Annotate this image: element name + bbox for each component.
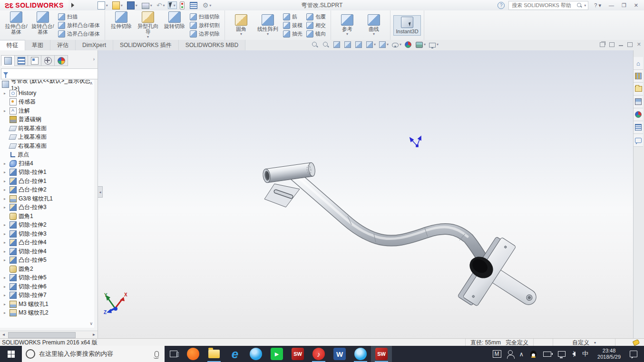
view-palette-icon[interactable] xyxy=(634,95,643,108)
featuremanager-tab[interactable] xyxy=(1,55,15,66)
tree-item[interactable]: 前视基准面 xyxy=(0,124,94,133)
tree-item[interactable]: ▸ 切除-拉伸3 xyxy=(0,229,94,238)
tree-item[interactable]: 圆角1 xyxy=(0,212,94,221)
search-icon[interactable] xyxy=(576,2,582,8)
doc-minimize-icon[interactable] xyxy=(619,45,623,46)
ribbon-stack-button[interactable]: 抽壳 xyxy=(283,30,302,38)
tree-item[interactable]: ▸ 凸台-拉伸1 xyxy=(0,177,94,186)
close-button[interactable]: ✕ xyxy=(632,2,640,9)
displaymanager-tab[interactable] xyxy=(54,55,68,66)
ribbon-big-button[interactable]: 异型孔向导 ▾ xyxy=(135,10,161,40)
ribbon-stack-button[interactable]: 相交 xyxy=(306,21,326,29)
new-document-icon[interactable]: ▾ xyxy=(96,0,109,10)
ribbon-stack-button[interactable]: 拔模 xyxy=(283,21,302,29)
ribbon-stack-button[interactable]: 镜向 xyxy=(306,30,326,38)
ime-indicator[interactable]: 中 xyxy=(579,346,592,362)
file-explorer-icon[interactable] xyxy=(204,346,224,362)
ribbon-big-button[interactable]: 参考 ▾ xyxy=(334,13,361,37)
minimize-button[interactable]: — xyxy=(607,2,616,8)
solidworks-logo[interactable]: 3S SOLIDWORKS xyxy=(0,0,68,10)
ribbon-stack-button[interactable]: 扫描 xyxy=(58,13,100,20)
battery-icon[interactable] xyxy=(540,346,555,362)
start-button[interactable] xyxy=(0,346,22,362)
zoom-to-area-icon[interactable] xyxy=(322,41,330,48)
restore-button[interactable]: ❐ xyxy=(620,2,628,9)
tree-item[interactable]: 上视基准面 xyxy=(0,133,94,142)
ribbon-big-button[interactable]: 拉伸凸台/基体 xyxy=(3,10,29,40)
tree-horizontal-scrollbar[interactable]: ◄ ► xyxy=(0,331,98,338)
section-view-icon[interactable] xyxy=(344,41,352,48)
tree-item[interactable]: ▸ 凸台-拉伸3 xyxy=(0,203,94,212)
edit-appearance-icon[interactable] xyxy=(405,41,412,48)
qq-icon[interactable] xyxy=(527,346,540,362)
edge-icon[interactable]: e xyxy=(224,346,245,362)
settings-gear-icon[interactable]: ⚙ ▾ xyxy=(201,1,213,10)
instant3d-button[interactable]: Instant3D xyxy=(393,15,421,36)
menu-flyout-arrow-icon[interactable] xyxy=(71,3,74,8)
command-tab[interactable]: 特征 xyxy=(0,40,25,50)
tree-item[interactable]: ▸ 切除-拉伸5 xyxy=(0,274,94,283)
scroll-left-icon[interactable]: ◄ xyxy=(0,333,7,337)
command-tab[interactable]: DimXpert xyxy=(76,40,113,50)
design-library-icon[interactable] xyxy=(634,70,643,83)
iqiyi-icon[interactable]: ▶ xyxy=(266,346,287,362)
dimxpertmanager-tab[interactable] xyxy=(41,55,55,66)
undo-icon[interactable]: ↶ ▾ xyxy=(155,1,166,10)
ribbon-stack-button[interactable]: 边界凸台/基体 xyxy=(58,30,100,38)
tree-item[interactable]: ▸ 凸台-拉伸2 xyxy=(0,186,94,195)
tray-m-icon[interactable]: M xyxy=(489,346,505,362)
options-list-icon[interactable] xyxy=(188,0,200,10)
apply-scene-icon[interactable]: ▾ xyxy=(416,41,426,48)
custom-properties-icon[interactable] xyxy=(634,121,643,134)
appearances-scenes-icon[interactable] xyxy=(634,108,643,121)
propertymanager-tab[interactable] xyxy=(14,55,28,66)
tree-item[interactable]: ▸ 切除-拉伸7 xyxy=(0,291,94,300)
status-tag-cell[interactable] xyxy=(615,339,644,346)
help-search-box[interactable]: ▾ xyxy=(508,1,588,10)
scrollbar-thumb[interactable] xyxy=(8,332,76,338)
graphics-viewport[interactable]: Y X Z ◂ xyxy=(98,50,635,338)
tree-scroll-down-icon[interactable]: ∨ xyxy=(89,321,93,326)
tree-scroll-up-icon[interactable]: ∧ xyxy=(89,81,93,86)
volume-icon[interactable] xyxy=(569,346,579,362)
tree-item[interactable]: ▸ G3/8 螺纹孔1 xyxy=(0,194,94,203)
ribbon-big-button[interactable]: 曲线 ▾ xyxy=(361,13,387,37)
ribbon-stack-button[interactable]: 放样凸台/基体 xyxy=(58,21,100,29)
tree-item[interactable]: ▸ 扫描4 xyxy=(0,159,94,168)
help-search-input[interactable] xyxy=(511,2,575,9)
blue-app-icon[interactable] xyxy=(350,346,371,362)
ribbon-stack-button[interactable]: 放样切割 xyxy=(190,21,220,29)
command-tab[interactable]: SOLIDWORKS MBD xyxy=(179,40,245,50)
select-cursor-icon[interactable]: ▾ xyxy=(168,1,177,9)
doc-close-icon[interactable]: ✕ xyxy=(637,41,641,48)
tree-item[interactable]: ▸ 注解 xyxy=(0,106,94,115)
solidworks-active-icon[interactable]: SW xyxy=(371,346,392,362)
tree-item[interactable]: ▸ M3 螺纹孔1 xyxy=(0,300,94,309)
rebuild-icon[interactable] xyxy=(178,0,187,10)
tree-item[interactable]: 传感器 xyxy=(0,98,94,107)
tree-item[interactable]: 原点 xyxy=(0,151,94,160)
custom-dropdown-caret[interactable]: ▾ xyxy=(594,341,596,345)
microphone-icon[interactable] xyxy=(155,351,159,357)
save-icon[interactable]: ▾ xyxy=(126,0,139,10)
browser-ball-icon[interactable] xyxy=(245,346,266,362)
hide-show-items-icon[interactable]: ▾ xyxy=(392,41,401,48)
task-view-button[interactable] xyxy=(165,346,183,362)
doc-new-window-icon[interactable] xyxy=(627,42,633,47)
ribbon-stack-button[interactable]: 扫描切除 xyxy=(190,13,220,20)
ribbon-big-button[interactable]: 线性阵列 ▾ xyxy=(254,13,281,37)
home-icon[interactable]: ⌂ xyxy=(634,57,643,70)
tree-item[interactable]: ▸ 凸台-拉伸4 xyxy=(0,238,94,248)
dynamic-annotation-views-icon[interactable] xyxy=(355,41,363,48)
solidworks-app-icon[interactable]: SW xyxy=(287,346,308,362)
scroll-right-icon[interactable]: ► xyxy=(90,333,98,337)
print-icon[interactable]: ▾ xyxy=(140,0,154,10)
ribbon-big-button[interactable]: 旋转凸台/基体 xyxy=(29,10,56,40)
ribbon-big-button[interactable]: 拉伸切除 xyxy=(108,10,135,40)
ribbon-stack-button[interactable]: 边界切除 xyxy=(190,30,220,38)
network-icon[interactable] xyxy=(555,346,569,362)
word-icon[interactable]: W xyxy=(329,346,350,362)
command-tab[interactable]: 评估 xyxy=(50,40,76,50)
view-orientation-icon[interactable]: ▾ xyxy=(366,41,376,48)
tree-root-item[interactable]: 弯管改 (默认<<默认>_显示状态 1>) xyxy=(0,80,94,89)
